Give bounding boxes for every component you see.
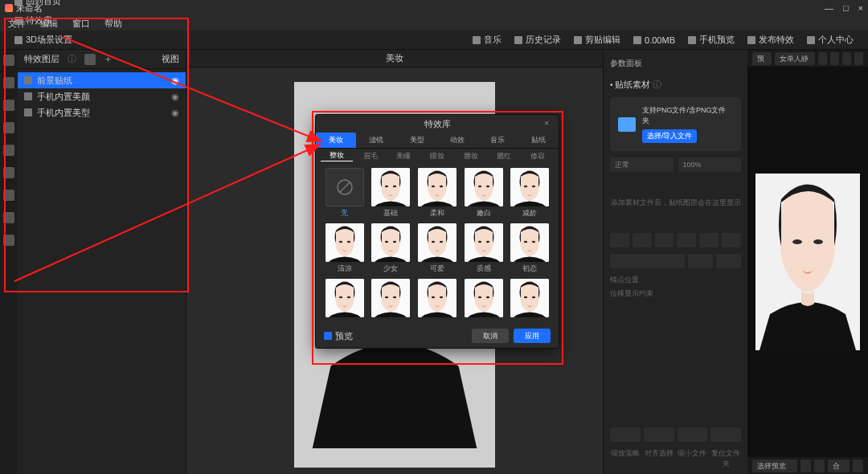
ctrl-btn[interactable] xyxy=(699,233,719,247)
preview-style-btn[interactable]: 选择预览样式 xyxy=(752,460,797,472)
layers-panel: 特效图层 ⓘ ＋ 视图 前景贴纸◉手机内置美颜◉手机内置美型◉ xyxy=(18,50,186,474)
rail-icon[interactable] xyxy=(3,145,14,156)
ctrl-btn[interactable] xyxy=(710,427,741,442)
close-icon[interactable]: × xyxy=(858,3,863,13)
volume-icon[interactable] xyxy=(854,52,863,65)
pv-foot-icon[interactable] xyxy=(800,460,811,472)
minimize-icon[interactable]: — xyxy=(825,3,833,13)
subtab-6[interactable]: 修容 xyxy=(522,150,554,161)
subtab-5[interactable]: 腮红 xyxy=(489,150,521,161)
pv-foot-icon[interactable] xyxy=(853,460,863,472)
tab-3[interactable]: 动效 xyxy=(437,133,477,148)
preset-item[interactable]: 柔和 xyxy=(416,168,458,219)
menu-help[interactable]: 帮助 xyxy=(104,18,122,30)
dialog-close-icon[interactable]: × xyxy=(544,118,554,128)
ctrl-btn[interactable] xyxy=(677,233,696,247)
tb-clip-edit[interactable]: 剪贴编辑 xyxy=(567,31,627,50)
cancel-button[interactable]: 取消 xyxy=(472,329,509,343)
pause-icon[interactable] xyxy=(842,52,851,65)
svg-line-7 xyxy=(340,182,350,192)
tb-phone-preview[interactable]: 手机预览 xyxy=(682,31,741,50)
add-icon[interactable]: ＋ xyxy=(104,53,113,65)
tab-5[interactable]: 贴纸 xyxy=(518,133,559,148)
preview-mode-btn[interactable]: 预览 xyxy=(752,52,772,65)
tb-home[interactable]: 回到首页 xyxy=(8,0,79,11)
subtab-3[interactable]: 眼妆 xyxy=(421,150,453,161)
rail-icon[interactable] xyxy=(3,235,14,246)
blend-mode-select[interactable]: 正常 xyxy=(610,157,674,172)
subtab-0[interactable]: 整妆 xyxy=(321,150,353,161)
preset-item[interactable]: 初恋 xyxy=(509,223,551,274)
preset-item[interactable] xyxy=(371,279,412,319)
rail-icon[interactable] xyxy=(3,167,14,178)
visibility-icon[interactable]: ◉ xyxy=(171,108,179,118)
preset-item[interactable]: 可爱 xyxy=(416,223,458,274)
ctrl-btn[interactable] xyxy=(655,233,674,247)
preset-item[interactable]: 基础 xyxy=(371,168,412,219)
rail-icon[interactable] xyxy=(3,100,14,111)
ctrl-btn[interactable] xyxy=(610,254,685,268)
rail-icon[interactable] xyxy=(3,55,14,66)
preset-item[interactable]: 少女 xyxy=(371,223,412,274)
tb-3d-scene[interactable]: 3D场景设置 xyxy=(8,31,79,50)
preview-fit-select[interactable]: 合适 xyxy=(828,460,850,472)
rail-icon[interactable] xyxy=(3,212,14,223)
preset-item[interactable]: 质感 xyxy=(463,223,505,274)
preset-item[interactable]: 嫩白 xyxy=(463,168,505,219)
ctrl-btn[interactable] xyxy=(644,427,674,442)
view-label[interactable]: 视图 xyxy=(162,53,179,65)
ctrl-btn[interactable] xyxy=(722,233,741,247)
preset-label: 无 xyxy=(341,208,348,219)
tab-1[interactable]: 滤镜 xyxy=(356,133,396,148)
preset-item[interactable] xyxy=(463,279,505,319)
face-thumb xyxy=(465,223,503,262)
ctrl-btn[interactable] xyxy=(610,233,629,247)
pv-foot-icon[interactable] xyxy=(814,460,825,472)
tab-2[interactable]: 美型 xyxy=(397,133,437,148)
preset-item[interactable] xyxy=(509,279,551,319)
opacity-select[interactable]: 100% xyxy=(678,157,742,172)
maximize-icon[interactable]: □ xyxy=(843,3,849,13)
visibility-icon[interactable]: ◉ xyxy=(171,76,179,86)
layer-item[interactable]: 前景贴纸◉ xyxy=(18,72,186,88)
preview-checkbox[interactable]: 预览 xyxy=(324,330,353,342)
tab-4[interactable]: 音乐 xyxy=(477,133,518,148)
tb-fx-lib[interactable]: 特效库 xyxy=(8,11,79,31)
visibility-icon[interactable]: ◉ xyxy=(171,92,179,102)
tab-0[interactable]: 美妆 xyxy=(316,133,356,148)
tb-publish[interactable]: 发布特效 xyxy=(741,31,800,50)
preset-item[interactable] xyxy=(416,279,458,319)
tb-size[interactable]: 0.00MB xyxy=(627,31,682,50)
import-button[interactable]: 选择/导入文件 xyxy=(642,129,698,143)
refresh-icon[interactable] xyxy=(818,52,827,65)
ctrl-btn[interactable] xyxy=(678,427,708,442)
subtab-4[interactable]: 唇妆 xyxy=(455,150,487,161)
add-folder-icon[interactable] xyxy=(84,54,96,65)
reload-icon[interactable] xyxy=(830,52,839,65)
import-dropzone[interactable]: 支持PNG文件/含PNG文件夹 选择/导入文件 xyxy=(610,97,741,151)
preset-item[interactable]: 无 xyxy=(324,168,366,219)
apply-button[interactable]: 应用 xyxy=(514,329,551,343)
tb-account[interactable]: 个人中心 xyxy=(800,31,860,50)
ctrl-btn[interactable] xyxy=(633,233,652,247)
tb-music[interactable]: 音乐 xyxy=(466,31,508,50)
info-icon[interactable]: ⓘ xyxy=(68,53,76,65)
rail-icon[interactable] xyxy=(3,77,14,88)
preset-item[interactable]: 减龄 xyxy=(509,168,551,219)
layer-item[interactable]: 手机内置美颜◉ xyxy=(18,88,186,104)
ctrl-btn[interactable] xyxy=(716,254,741,268)
preset-item[interactable] xyxy=(324,279,366,319)
rail-icon[interactable] xyxy=(3,122,14,133)
subtab-1[interactable]: 眉毛 xyxy=(354,150,387,161)
rail-icon[interactable] xyxy=(3,190,14,201)
preview-head: 预览 女单人静态图 xyxy=(747,50,868,67)
subtab-2[interactable]: 美瞳 xyxy=(387,150,420,161)
menubar: 文件 编辑 窗口 帮助 xyxy=(0,16,868,31)
preset-item[interactable]: 清凉 xyxy=(324,223,366,274)
preview-mode-select[interactable]: 女单人静态图 xyxy=(775,52,814,65)
tb-history[interactable]: 历史记录 xyxy=(508,31,567,50)
ctrl-btn[interactable] xyxy=(688,254,713,268)
canvas-tab[interactable]: 美妆 xyxy=(186,50,603,67)
ctrl-btn[interactable] xyxy=(610,427,641,442)
layer-item[interactable]: 手机内置美型◉ xyxy=(18,104,186,121)
